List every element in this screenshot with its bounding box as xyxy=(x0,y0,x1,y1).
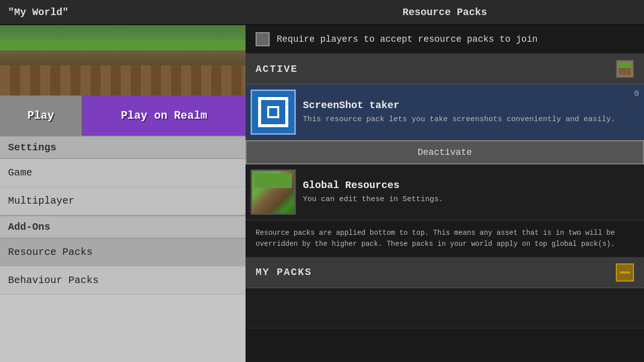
pack-desc: This resource pack lets you take screens… xyxy=(303,114,639,125)
global-pack-desc: You can edit these in Settings. xyxy=(303,194,639,205)
nav-resource-packs[interactable]: Resource Packs xyxy=(0,238,246,266)
global-resources-icon xyxy=(251,169,296,215)
grass-icon xyxy=(619,63,631,75)
nav-game[interactable]: Game xyxy=(0,159,246,187)
require-text: Require players to accept resource packs… xyxy=(277,34,537,44)
global-pack-info: Global Resources You can edit these in S… xyxy=(303,179,639,205)
pack-badge: 0 xyxy=(634,89,639,99)
active-header: ACTIVE xyxy=(246,54,644,84)
my-packs-header: MY PACKS xyxy=(246,257,644,288)
play-button[interactable]: Play xyxy=(0,96,83,136)
pack-info: ScreenShot taker This resource pack lets… xyxy=(303,100,639,125)
play-realm-button[interactable]: Play on Realm xyxy=(83,96,246,136)
screenshot-pack-icon xyxy=(251,89,296,135)
my-packs-label: MY PACKS xyxy=(256,266,312,278)
action-buttons: Play Play on Realm xyxy=(0,96,246,136)
grass-top xyxy=(0,40,246,50)
right-panel: Require players to accept resource packs… xyxy=(246,25,644,362)
svg-rect-1 xyxy=(619,68,631,75)
require-checkbox[interactable] xyxy=(256,32,270,46)
deactivate-button[interactable]: Deactivate xyxy=(246,140,644,164)
active-header-icon xyxy=(616,60,634,78)
nav-multiplayer[interactable]: Multiplayer xyxy=(0,187,246,215)
info-text: Resource packs are applied bottom to top… xyxy=(246,220,644,257)
global-pack-name: Global Resources xyxy=(303,179,639,191)
chest-icon xyxy=(616,263,634,282)
terrain-block xyxy=(0,65,246,96)
world-thumbnail xyxy=(0,25,246,96)
world-title: "My World" xyxy=(8,7,254,18)
settings-header: Settings xyxy=(0,136,246,159)
left-panel: Play Play on Realm Settings Game Multipl… xyxy=(0,25,246,362)
svg-rect-0 xyxy=(619,63,631,68)
nav-behaviour-packs[interactable]: Behaviour Packs xyxy=(0,266,246,295)
active-label: ACTIVE xyxy=(256,63,298,75)
bottom-pack-row xyxy=(246,288,644,328)
screenshot-icon-inner xyxy=(258,97,288,127)
top-bar: "My World" Resource Packs xyxy=(0,0,644,25)
page-title: Resource Packs xyxy=(254,7,636,18)
main-layout: Play Play on Realm Settings Game Multipl… xyxy=(0,25,644,362)
screenshot-pack-item: ScreenShot taker This resource pack lets… xyxy=(246,84,644,140)
global-resources-item: Global Resources You can edit these in S… xyxy=(246,164,644,220)
addons-header: Add-Ons xyxy=(0,215,246,238)
pack-name: ScreenShot taker xyxy=(303,100,639,111)
require-row: Require players to accept resource packs… xyxy=(246,25,644,54)
